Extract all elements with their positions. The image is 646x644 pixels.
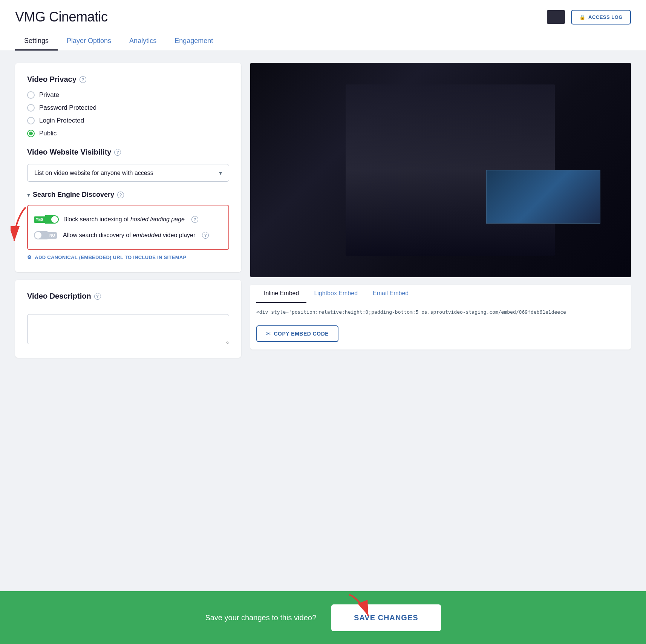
scissors-icon: ✂ — [266, 331, 271, 337]
app-title: VMG Cinematic — [15, 9, 108, 25]
radio-circle-public — [27, 130, 35, 137]
save-changes-button[interactable]: SAVE CHANGES — [331, 604, 441, 631]
video-description-title: Video Description ? — [27, 292, 229, 301]
canonical-link[interactable]: ⚙ ADD CANONICAL (EMBEDDED) URL TO INCLUD… — [27, 255, 229, 260]
video-privacy-help-icon[interactable]: ? — [80, 76, 86, 83]
sed-option-block-indexing: YES Block search indexing of hosted land… — [34, 212, 222, 227]
video-preview — [250, 63, 631, 277]
tab-settings[interactable]: Settings — [15, 32, 58, 51]
tab-lightbox-embed[interactable]: Lightbox Embed — [306, 285, 365, 303]
copy-embed-wrapper: ✂ COPY EMBED CODE — [250, 321, 631, 350]
video-screen-in-video — [486, 170, 600, 224]
radio-circle-login — [27, 117, 35, 124]
radio-public[interactable]: Public — [27, 130, 229, 137]
header: VMG Cinematic 🔒 ACCESS LOG Settings Play… — [0, 0, 646, 51]
search-engine-discovery-section: ▾ Search Engine Discovery ? YES — [27, 191, 229, 260]
radio-circle-password — [27, 104, 35, 112]
block-indexing-help-icon[interactable]: ? — [191, 216, 198, 223]
tab-player-options[interactable]: Player Options — [58, 32, 120, 51]
embed-section: Inline Embed Lightbox Embed Email Embed … — [250, 285, 631, 350]
embed-tab-bar: Inline Embed Lightbox Embed Email Embed — [250, 285, 631, 303]
gear-icon: ⚙ — [27, 255, 32, 260]
save-bar: Save your changes to this video? SAVE CH… — [0, 591, 646, 644]
radio-login-protected[interactable]: Login Protected — [27, 117, 229, 124]
toggle-no-discovery[interactable]: NO — [34, 231, 57, 239]
toggle-yes-block[interactable]: YES — [34, 215, 59, 224]
access-log-button[interactable]: 🔒 ACCESS LOG — [571, 10, 631, 25]
tab-email-embed[interactable]: Email Embed — [365, 285, 416, 303]
video-privacy-title: Video Privacy ? — [27, 75, 229, 84]
video-website-visibility-title: Video Website Visibility ? — [27, 148, 229, 156]
video-description-card: Video Description ? — [15, 280, 241, 358]
radio-password-protected[interactable]: Password Protected — [27, 104, 229, 112]
sed-help-icon[interactable]: ? — [117, 192, 124, 198]
allow-discovery-label: Allow search discovery of embedded video… — [63, 232, 195, 239]
sed-options-box: YES Block search indexing of hosted land… — [27, 205, 229, 250]
tab-analytics[interactable]: Analytics — [120, 32, 165, 51]
visibility-dropdown[interactable]: List on video website for anyone with ac… — [27, 164, 229, 182]
video-description-input[interactable] — [27, 314, 229, 344]
video-thumbnail — [547, 10, 565, 24]
main-content: Video Privacy ? Private Password Protect… — [0, 51, 646, 370]
video-desc-help-icon[interactable]: ? — [94, 293, 101, 300]
left-panel: Video Privacy ? Private Password Protect… — [15, 63, 241, 358]
visibility-help-icon[interactable]: ? — [114, 149, 121, 156]
block-indexing-label: Block search indexing of hosted landing … — [63, 216, 185, 223]
allow-discovery-help-icon[interactable]: ? — [202, 232, 209, 239]
sed-option-allow-discovery: NO Allow search discovery of embedded vi… — [34, 227, 222, 243]
privacy-radio-group: Private Password Protected Login Protect… — [27, 91, 229, 137]
right-panel: Inline Embed Lightbox Embed Email Embed … — [250, 63, 631, 358]
header-top: VMG Cinematic 🔒 ACCESS LOG — [15, 9, 631, 25]
tab-inline-embed[interactable]: Inline Embed — [256, 285, 306, 303]
copy-embed-button[interactable]: ✂ COPY EMBED CODE — [256, 325, 338, 342]
embed-code-display: <div style='position:relative;height:0;p… — [250, 303, 631, 321]
sed-chevron-icon: ▾ — [27, 192, 30, 198]
radio-circle-private — [27, 91, 35, 99]
lock-icon: 🔒 — [579, 14, 586, 20]
tab-bar: Settings Player Options Analytics Engage… — [15, 32, 631, 51]
video-privacy-card: Video Privacy ? Private Password Protect… — [15, 63, 241, 272]
save-bar-prompt: Save your changes to this video? — [205, 613, 316, 622]
radio-private[interactable]: Private — [27, 91, 229, 99]
sed-header[interactable]: ▾ Search Engine Discovery ? — [27, 191, 229, 199]
header-right: 🔒 ACCESS LOG — [547, 10, 631, 25]
video-dark-bg — [250, 63, 631, 277]
video-website-visibility-section: Video Website Visibility ? List on video… — [27, 148, 229, 182]
tab-engagement[interactable]: Engagement — [165, 32, 222, 51]
access-log-label: ACCESS LOG — [588, 14, 623, 20]
visibility-dropdown-wrapper: List on video website for anyone with ac… — [27, 164, 229, 182]
